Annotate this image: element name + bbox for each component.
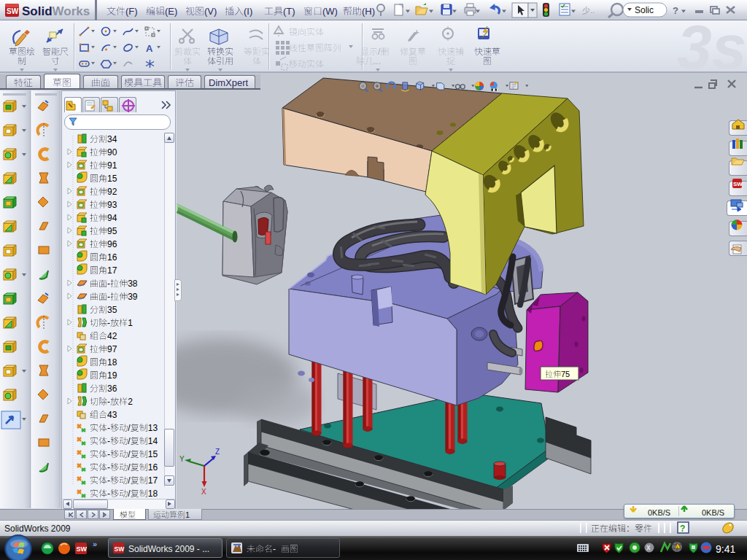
svg-text:(W): (W) — [322, 6, 338, 17]
svg-text:15: 15 — [148, 449, 158, 459]
svg-text:1: 1 — [128, 318, 133, 328]
svg-text:-: - — [273, 544, 276, 554]
svg-text:+: + — [414, 28, 419, 36]
svg-text:/: / — [128, 462, 131, 472]
svg-text:-: - — [107, 436, 110, 446]
svg-text:SW: SW — [115, 545, 125, 553]
svg-text:-: - — [107, 475, 110, 486]
svg-text:/: / — [128, 489, 131, 499]
svg-text:16: 16 — [107, 252, 117, 262]
svg-text:-: - — [107, 489, 110, 499]
svg-text:93: 93 — [107, 200, 117, 210]
svg-text:0KB/S: 0KB/S — [648, 508, 670, 517]
svg-text:0KB/S: 0KB/S — [702, 508, 724, 517]
svg-text:(E): (E) — [165, 6, 177, 17]
svg-text:42: 42 — [107, 331, 117, 341]
svg-text:96: 96 — [107, 239, 117, 249]
svg-text:14: 14 — [148, 436, 158, 446]
svg-text:3s: 3s — [677, 12, 747, 82]
svg-text:?: ? — [680, 524, 685, 534]
svg-text:(V): (V) — [204, 6, 217, 17]
svg-text:94: 94 — [107, 213, 117, 223]
svg-text:SW: SW — [733, 181, 743, 187]
svg-text:SW: SW — [77, 545, 88, 553]
svg-text:SolidWorks: SolidWorks — [22, 4, 90, 18]
svg-text:!: ! — [677, 545, 678, 550]
svg-text:19: 19 — [107, 370, 117, 381]
svg-text:-: - — [107, 423, 110, 433]
svg-text:(F): (F) — [125, 6, 138, 17]
svg-text:91: 91 — [107, 160, 117, 171]
svg-text:-: - — [107, 318, 110, 328]
svg-text:75: 75 — [561, 370, 570, 378]
svg-text:DimXpert: DimXpert — [209, 77, 249, 88]
svg-text:17: 17 — [107, 265, 117, 276]
svg-text:18: 18 — [148, 489, 158, 499]
svg-text:95: 95 — [107, 226, 117, 236]
svg-text:Solic: Solic — [635, 5, 654, 15]
svg-text:(H): (H) — [362, 6, 375, 17]
svg-text:9:41: 9:41 — [716, 543, 735, 555]
svg-text:SW: SW — [7, 7, 19, 15]
svg-text:(T): (T) — [283, 6, 295, 17]
svg-text:/: / — [128, 436, 131, 446]
svg-text:1: 1 — [185, 510, 190, 519]
svg-text:/: / — [128, 449, 131, 459]
svg-text:36: 36 — [107, 384, 117, 394]
svg-text:16: 16 — [148, 462, 158, 472]
svg-text:97: 97 — [107, 344, 117, 354]
svg-text:39: 39 — [128, 292, 138, 302]
svg-text:-: - — [107, 279, 110, 289]
svg-text:A: A — [146, 43, 153, 54]
svg-text:/: / — [378, 47, 381, 57]
svg-text:18: 18 — [107, 357, 117, 368]
svg-text:38: 38 — [128, 279, 138, 289]
svg-text:少..: 少.. — [582, 6, 595, 15]
svg-text:...: ... — [374, 56, 381, 66]
svg-text:SolidWorks 2009: SolidWorks 2009 — [4, 524, 71, 534]
svg-text:35: 35 — [107, 305, 117, 315]
svg-text:/: / — [128, 475, 131, 486]
svg-text:92: 92 — [107, 187, 117, 197]
svg-text:2: 2 — [128, 397, 133, 407]
svg-text:SolidWorks 2009 - ...: SolidWorks 2009 - ... — [128, 544, 209, 554]
svg-text:(I): (I) — [244, 6, 252, 17]
svg-text:15: 15 — [107, 174, 117, 184]
svg-text:90: 90 — [107, 147, 117, 158]
svg-text:13: 13 — [148, 423, 158, 433]
svg-text:-: - — [107, 449, 110, 459]
svg-text:43: 43 — [107, 410, 117, 420]
svg-text:»: » — [93, 540, 97, 548]
svg-text:-: - — [107, 397, 110, 407]
svg-text:/: / — [128, 423, 131, 433]
svg-text:17: 17 — [148, 475, 158, 486]
svg-text:-: - — [107, 292, 110, 302]
svg-text:-: - — [107, 462, 110, 472]
svg-text:34: 34 — [107, 134, 117, 144]
